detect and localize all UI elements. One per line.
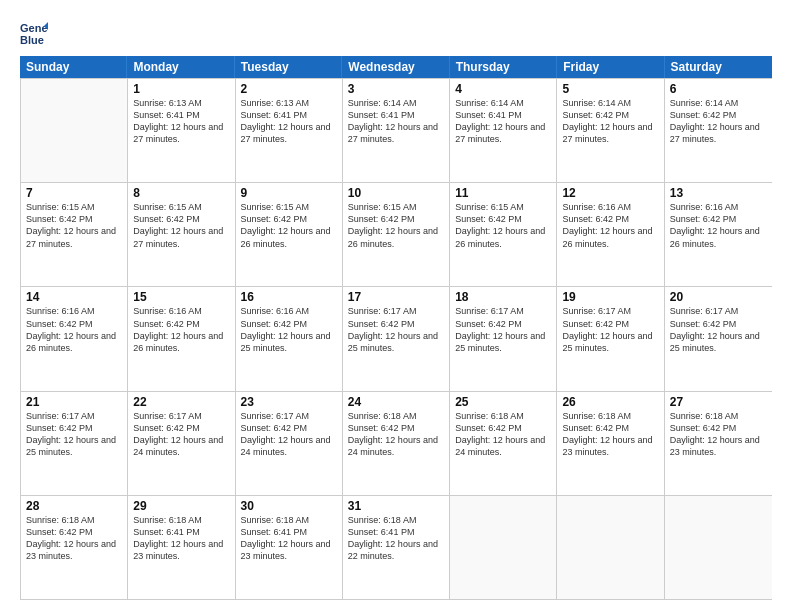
day-info: Sunrise: 6:14 AMSunset: 6:41 PMDaylight:… bbox=[348, 97, 444, 146]
calendar-cell: 22Sunrise: 6:17 AMSunset: 6:42 PMDayligh… bbox=[128, 392, 235, 495]
svg-text:Blue: Blue bbox=[20, 34, 44, 46]
day-info: Sunrise: 6:17 AMSunset: 6:42 PMDaylight:… bbox=[241, 410, 337, 459]
day-info: Sunrise: 6:15 AMSunset: 6:42 PMDaylight:… bbox=[348, 201, 444, 250]
calendar-cell bbox=[665, 496, 772, 599]
day-info: Sunrise: 6:18 AMSunset: 6:41 PMDaylight:… bbox=[241, 514, 337, 563]
calendar-cell: 1Sunrise: 6:13 AMSunset: 6:41 PMDaylight… bbox=[128, 79, 235, 182]
day-info: Sunrise: 6:16 AMSunset: 6:42 PMDaylight:… bbox=[26, 305, 122, 354]
calendar-body: 1Sunrise: 6:13 AMSunset: 6:41 PMDaylight… bbox=[20, 78, 772, 600]
calendar-cell: 20Sunrise: 6:17 AMSunset: 6:42 PMDayligh… bbox=[665, 287, 772, 390]
calendar-cell: 2Sunrise: 6:13 AMSunset: 6:41 PMDaylight… bbox=[236, 79, 343, 182]
day-number: 12 bbox=[562, 186, 658, 200]
day-number: 15 bbox=[133, 290, 229, 304]
weekday-header: Saturday bbox=[665, 56, 772, 78]
day-info: Sunrise: 6:17 AMSunset: 6:42 PMDaylight:… bbox=[670, 305, 767, 354]
calendar-cell: 3Sunrise: 6:14 AMSunset: 6:41 PMDaylight… bbox=[343, 79, 450, 182]
day-info: Sunrise: 6:18 AMSunset: 6:42 PMDaylight:… bbox=[455, 410, 551, 459]
day-number: 3 bbox=[348, 82, 444, 96]
day-info: Sunrise: 6:18 AMSunset: 6:41 PMDaylight:… bbox=[133, 514, 229, 563]
day-number: 1 bbox=[133, 82, 229, 96]
calendar-cell: 25Sunrise: 6:18 AMSunset: 6:42 PMDayligh… bbox=[450, 392, 557, 495]
calendar-row: 21Sunrise: 6:17 AMSunset: 6:42 PMDayligh… bbox=[21, 391, 772, 495]
day-number: 4 bbox=[455, 82, 551, 96]
weekday-header: Friday bbox=[557, 56, 664, 78]
day-number: 18 bbox=[455, 290, 551, 304]
calendar-cell bbox=[21, 79, 128, 182]
day-info: Sunrise: 6:17 AMSunset: 6:42 PMDaylight:… bbox=[26, 410, 122, 459]
day-number: 29 bbox=[133, 499, 229, 513]
calendar-cell: 9Sunrise: 6:15 AMSunset: 6:42 PMDaylight… bbox=[236, 183, 343, 286]
day-info: Sunrise: 6:18 AMSunset: 6:42 PMDaylight:… bbox=[562, 410, 658, 459]
day-info: Sunrise: 6:17 AMSunset: 6:42 PMDaylight:… bbox=[562, 305, 658, 354]
calendar-row: 14Sunrise: 6:16 AMSunset: 6:42 PMDayligh… bbox=[21, 286, 772, 390]
day-info: Sunrise: 6:15 AMSunset: 6:42 PMDaylight:… bbox=[455, 201, 551, 250]
day-info: Sunrise: 6:16 AMSunset: 6:42 PMDaylight:… bbox=[562, 201, 658, 250]
day-number: 28 bbox=[26, 499, 122, 513]
day-info: Sunrise: 6:14 AMSunset: 6:42 PMDaylight:… bbox=[562, 97, 658, 146]
day-number: 17 bbox=[348, 290, 444, 304]
day-number: 7 bbox=[26, 186, 122, 200]
day-info: Sunrise: 6:18 AMSunset: 6:41 PMDaylight:… bbox=[348, 514, 444, 563]
calendar-cell: 4Sunrise: 6:14 AMSunset: 6:41 PMDaylight… bbox=[450, 79, 557, 182]
day-info: Sunrise: 6:16 AMSunset: 6:42 PMDaylight:… bbox=[133, 305, 229, 354]
calendar-cell: 27Sunrise: 6:18 AMSunset: 6:42 PMDayligh… bbox=[665, 392, 772, 495]
day-number: 8 bbox=[133, 186, 229, 200]
weekday-header: Tuesday bbox=[235, 56, 342, 78]
day-info: Sunrise: 6:15 AMSunset: 6:42 PMDaylight:… bbox=[133, 201, 229, 250]
logo: General Blue bbox=[20, 18, 50, 46]
calendar-cell: 30Sunrise: 6:18 AMSunset: 6:41 PMDayligh… bbox=[236, 496, 343, 599]
day-info: Sunrise: 6:18 AMSunset: 6:42 PMDaylight:… bbox=[26, 514, 122, 563]
day-info: Sunrise: 6:15 AMSunset: 6:42 PMDaylight:… bbox=[26, 201, 122, 250]
day-info: Sunrise: 6:13 AMSunset: 6:41 PMDaylight:… bbox=[133, 97, 229, 146]
calendar-row: 28Sunrise: 6:18 AMSunset: 6:42 PMDayligh… bbox=[21, 495, 772, 599]
calendar-cell: 15Sunrise: 6:16 AMSunset: 6:42 PMDayligh… bbox=[128, 287, 235, 390]
calendar-header: SundayMondayTuesdayWednesdayThursdayFrid… bbox=[20, 56, 772, 78]
calendar-cell: 11Sunrise: 6:15 AMSunset: 6:42 PMDayligh… bbox=[450, 183, 557, 286]
day-number: 23 bbox=[241, 395, 337, 409]
calendar-cell: 19Sunrise: 6:17 AMSunset: 6:42 PMDayligh… bbox=[557, 287, 664, 390]
day-info: Sunrise: 6:17 AMSunset: 6:42 PMDaylight:… bbox=[348, 305, 444, 354]
calendar-cell: 21Sunrise: 6:17 AMSunset: 6:42 PMDayligh… bbox=[21, 392, 128, 495]
page: General Blue SundayMondayTuesdayWednesda… bbox=[0, 0, 792, 612]
day-number: 24 bbox=[348, 395, 444, 409]
weekday-header: Wednesday bbox=[342, 56, 449, 78]
day-number: 6 bbox=[670, 82, 767, 96]
day-number: 31 bbox=[348, 499, 444, 513]
day-info: Sunrise: 6:17 AMSunset: 6:42 PMDaylight:… bbox=[455, 305, 551, 354]
day-number: 9 bbox=[241, 186, 337, 200]
day-number: 14 bbox=[26, 290, 122, 304]
calendar-row: 7Sunrise: 6:15 AMSunset: 6:42 PMDaylight… bbox=[21, 182, 772, 286]
calendar: SundayMondayTuesdayWednesdayThursdayFrid… bbox=[20, 56, 772, 600]
calendar-cell: 10Sunrise: 6:15 AMSunset: 6:42 PMDayligh… bbox=[343, 183, 450, 286]
day-info: Sunrise: 6:17 AMSunset: 6:42 PMDaylight:… bbox=[133, 410, 229, 459]
calendar-cell bbox=[557, 496, 664, 599]
day-number: 21 bbox=[26, 395, 122, 409]
calendar-cell: 8Sunrise: 6:15 AMSunset: 6:42 PMDaylight… bbox=[128, 183, 235, 286]
day-number: 20 bbox=[670, 290, 767, 304]
day-number: 30 bbox=[241, 499, 337, 513]
weekday-header: Sunday bbox=[20, 56, 127, 78]
weekday-header: Monday bbox=[127, 56, 234, 78]
calendar-row: 1Sunrise: 6:13 AMSunset: 6:41 PMDaylight… bbox=[21, 78, 772, 182]
calendar-cell: 16Sunrise: 6:16 AMSunset: 6:42 PMDayligh… bbox=[236, 287, 343, 390]
day-info: Sunrise: 6:14 AMSunset: 6:42 PMDaylight:… bbox=[670, 97, 767, 146]
day-info: Sunrise: 6:16 AMSunset: 6:42 PMDaylight:… bbox=[670, 201, 767, 250]
day-number: 10 bbox=[348, 186, 444, 200]
calendar-cell: 18Sunrise: 6:17 AMSunset: 6:42 PMDayligh… bbox=[450, 287, 557, 390]
calendar-cell: 29Sunrise: 6:18 AMSunset: 6:41 PMDayligh… bbox=[128, 496, 235, 599]
calendar-cell: 5Sunrise: 6:14 AMSunset: 6:42 PMDaylight… bbox=[557, 79, 664, 182]
day-number: 5 bbox=[562, 82, 658, 96]
day-number: 22 bbox=[133, 395, 229, 409]
calendar-cell: 14Sunrise: 6:16 AMSunset: 6:42 PMDayligh… bbox=[21, 287, 128, 390]
day-number: 25 bbox=[455, 395, 551, 409]
day-info: Sunrise: 6:15 AMSunset: 6:42 PMDaylight:… bbox=[241, 201, 337, 250]
day-number: 19 bbox=[562, 290, 658, 304]
calendar-cell: 28Sunrise: 6:18 AMSunset: 6:42 PMDayligh… bbox=[21, 496, 128, 599]
calendar-cell: 7Sunrise: 6:15 AMSunset: 6:42 PMDaylight… bbox=[21, 183, 128, 286]
calendar-cell: 23Sunrise: 6:17 AMSunset: 6:42 PMDayligh… bbox=[236, 392, 343, 495]
day-info: Sunrise: 6:18 AMSunset: 6:42 PMDaylight:… bbox=[670, 410, 767, 459]
calendar-cell: 26Sunrise: 6:18 AMSunset: 6:42 PMDayligh… bbox=[557, 392, 664, 495]
calendar-cell bbox=[450, 496, 557, 599]
day-number: 27 bbox=[670, 395, 767, 409]
calendar-cell: 17Sunrise: 6:17 AMSunset: 6:42 PMDayligh… bbox=[343, 287, 450, 390]
